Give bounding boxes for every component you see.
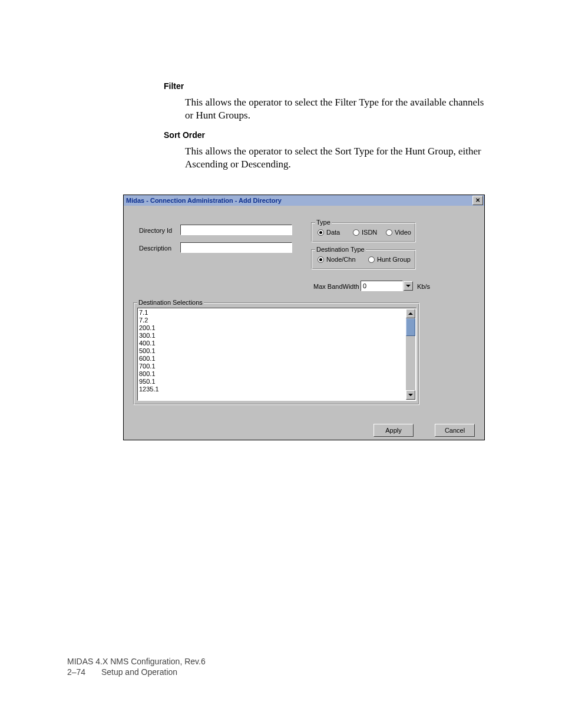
radio-type-video[interactable]: Video (386, 229, 411, 236)
dialog-body: Directory Id Description Type Data ISDN … (124, 206, 484, 440)
group-destination-type: Destination Type Node/Chn Hunt Group (311, 249, 416, 269)
list-item[interactable]: 800.1 (139, 370, 416, 378)
close-icon: ✕ (475, 197, 480, 203)
scroll-up-button[interactable] (406, 309, 415, 318)
close-button[interactable]: ✕ (472, 196, 483, 205)
document-page: Filter This allows the operator to selec… (0, 0, 562, 728)
radio-type-data[interactable]: Data (318, 229, 340, 236)
radio-icon (386, 229, 392, 236)
chevron-up-icon (408, 312, 413, 315)
radio-icon (318, 256, 324, 263)
scroll-thumb[interactable] (406, 318, 415, 336)
max-bandwidth-dropdown[interactable] (404, 281, 413, 291)
radio-icon (368, 256, 375, 263)
footer-doc-title: MIDAS 4.X NMS Configuration, Rev.6 (67, 656, 206, 667)
heading-filter: Filter (164, 81, 184, 91)
radio-dest-nodechn[interactable]: Node/Chn (318, 256, 356, 263)
apply-button[interactable]: Apply (373, 424, 414, 437)
radio-label: Node/Chn (326, 256, 356, 263)
list-item[interactable]: 600.1 (139, 355, 416, 363)
list-item[interactable]: 700.1 (139, 363, 416, 370)
radio-icon (318, 229, 324, 236)
page-footer: MIDAS 4.X NMS Configuration, Rev.6 2–74 … (67, 656, 206, 677)
footer-section: Setup and Operation (101, 667, 177, 677)
radio-icon (353, 229, 359, 236)
destination-listbox[interactable]: 7.17.2200.1300.1400.1500.1600.1700.1800.… (137, 308, 416, 401)
group-type-legend: Type (315, 219, 332, 226)
dialog-titlebar: Midas - Connection Administration - Add … (124, 195, 484, 206)
radio-dest-huntgroup[interactable]: Hunt Group (368, 256, 411, 263)
directory-id-input[interactable] (180, 225, 292, 235)
list-item[interactable]: 300.1 (139, 332, 416, 340)
description-input[interactable] (180, 242, 292, 253)
list-item[interactable]: 7.1 (139, 309, 416, 317)
label-description: Description (139, 245, 171, 252)
group-type: Type Data ISDN Video (311, 222, 416, 242)
scroll-down-button[interactable] (406, 390, 415, 400)
add-directory-dialog: Midas - Connection Administration - Add … (123, 195, 485, 440)
paragraph-sort-order: This allows the operator to select the S… (185, 145, 491, 171)
group-dest-selections: Destination Selections 7.17.2200.1300.14… (133, 302, 419, 405)
list-item[interactable]: 500.1 (139, 347, 416, 355)
label-kbs: Kb/s (417, 283, 430, 290)
label-max-bandwidth: Max BandWidth (313, 283, 359, 290)
group-dest-type-legend: Destination Type (315, 246, 366, 253)
list-item[interactable]: 950.1 (139, 378, 416, 386)
paragraph-filter: This allows the operator to select the F… (185, 96, 491, 122)
chevron-down-icon (406, 285, 411, 287)
max-bandwidth-input[interactable] (361, 281, 403, 291)
cancel-button[interactable]: Cancel (435, 424, 475, 437)
chevron-down-icon (408, 394, 413, 396)
list-item[interactable]: 400.1 (139, 340, 416, 347)
scrollbar[interactable] (406, 309, 415, 400)
list-item[interactable]: 200.1 (139, 324, 416, 332)
footer-page-number: 2–74 (67, 667, 99, 677)
dialog-title: Midas - Connection Administration - Add … (126, 197, 472, 204)
list-item[interactable]: 1235.1 (139, 386, 416, 393)
radio-label: Data (326, 229, 340, 236)
label-directory-id: Directory Id (139, 227, 172, 234)
radio-label: Hunt Group (377, 256, 411, 263)
list-item[interactable]: 7.2 (139, 317, 416, 324)
radio-type-isdn[interactable]: ISDN (353, 229, 377, 236)
radio-label: ISDN (362, 229, 377, 236)
radio-label: Video (395, 229, 411, 236)
heading-sort-order: Sort Order (164, 130, 205, 140)
group-dest-sel-legend: Destination Selections (137, 299, 204, 306)
